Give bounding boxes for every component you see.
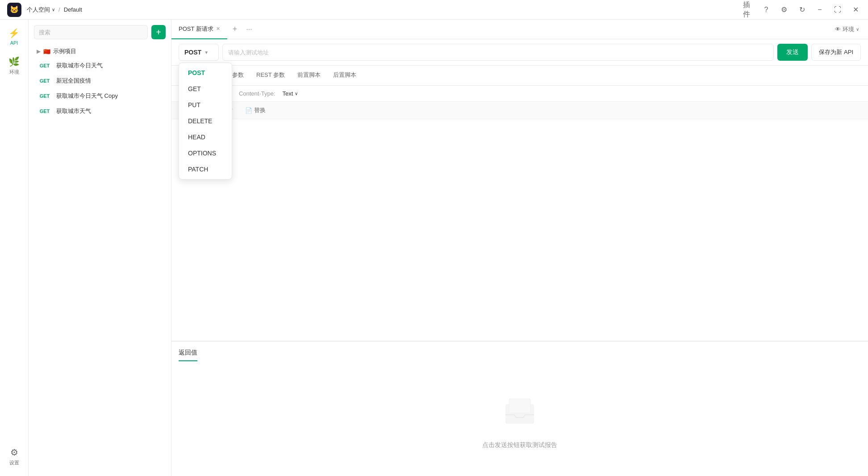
folder-name: 示例项目 [53, 47, 76, 55]
dropdown-item-patch[interactable]: PATCH [179, 161, 232, 177]
breadcrumb-separator: / [58, 6, 60, 13]
dropdown-item-delete[interactable]: DELETE [179, 113, 232, 129]
maximize-icon[interactable]: ⛶ [832, 4, 843, 15]
save-api-button[interactable]: 保存为新 API [811, 44, 861, 61]
empty-inbox-icon [502, 395, 538, 434]
method-badge-get: GET [37, 108, 53, 115]
nav-item-api[interactable]: ⚡ API [2, 23, 27, 50]
api-name: 获取城市天气 [56, 107, 91, 115]
settings-icon[interactable]: ⚙ [779, 4, 789, 15]
project-name: Default [64, 6, 82, 13]
empty-text: 点击发送按钮获取测试报告 [482, 441, 557, 449]
method-dropdown-menu: POST GET PUT DELETE HEAD OPTIONS PATCH [179, 63, 232, 180]
titlebar-actions: 插件 ? ⚙ ↻ − ⛶ ✕ [743, 4, 861, 15]
method-badge-get: GET [37, 77, 53, 84]
replace-label: 替换 [254, 106, 266, 114]
dropdown-item-head[interactable]: HEAD [179, 129, 232, 145]
eye-icon: 👁 [835, 26, 841, 33]
workspace-chevron: ∨ [52, 7, 55, 12]
nav-label-settings: 设置 [9, 459, 19, 466]
workspace-selector[interactable]: 个人空间 ∨ [27, 6, 55, 14]
search-input[interactable] [34, 25, 148, 39]
tab-rest[interactable]: REST 参数 [250, 66, 291, 85]
editor-toolbar: ⧉ 复制 🔍 搜索 📄 替换 [171, 102, 868, 119]
svg-rect-1 [509, 399, 530, 413]
method-label: POST [184, 49, 201, 56]
body-toolbar: Raw Binary Content-Type: Text ∨ [171, 86, 868, 102]
empty-state: 点击发送按钮获取测试报告 [171, 368, 868, 476]
list-item[interactable]: GET 获取城市今日天气 [34, 58, 166, 73]
dropdown-item-put[interactable]: PUT [179, 97, 232, 113]
method-dropdown-container: POST ▼ POST GET PUT DELETE HEAD OPTIONS … [179, 44, 219, 61]
api-name: 获取城市今日天气 Copy [56, 92, 118, 100]
env-chevron-icon: ∨ [856, 27, 859, 32]
help-icon[interactable]: ? [761, 4, 772, 15]
content-type-text: Text [283, 90, 293, 97]
folder-expand-icon: ▶ [37, 48, 41, 54]
tab-add-button[interactable]: + [227, 25, 243, 34]
send-button[interactable]: 发送 [777, 44, 808, 61]
return-title: 返回值 [179, 349, 197, 361]
request-bar: POST ▼ POST GET PUT DELETE HEAD OPTIONS … [171, 39, 868, 66]
content-type-chevron-icon: ∨ [295, 91, 298, 96]
minimize-icon[interactable]: − [814, 4, 825, 15]
dropdown-item-get[interactable]: GET [179, 81, 232, 97]
add-api-button[interactable]: + [151, 25, 166, 39]
method-badge-get: GET [37, 92, 53, 100]
tab-label: POST 新请求 [179, 25, 213, 33]
request-nav-tabs: 请求体 Query 参数 REST 参数 前置脚本 后置脚本 [171, 66, 868, 86]
tab-pre-script[interactable]: 前置脚本 [291, 66, 327, 85]
tab-more-button[interactable]: ··· [242, 25, 255, 33]
list-item[interactable]: GET 获取城市今日天气 Copy [34, 88, 166, 104]
tab-bar: POST 新请求 ✕ + ··· 👁 环境 ∨ [171, 20, 868, 39]
replace-tool[interactable]: 📄 替换 [242, 104, 269, 116]
dropdown-item-options[interactable]: OPTIONS [179, 145, 232, 161]
api-icon: ⚡ [8, 28, 20, 38]
content-area: 返回值 点击发送按钮获取测试报告 [171, 119, 868, 476]
replace-icon: 📄 [245, 107, 252, 114]
env-icon: 🌿 [8, 56, 20, 67]
env-selector[interactable]: 👁 环境 ∨ [831, 24, 863, 35]
nav-label-env: 环境 [9, 69, 19, 75]
tab-right-actions: 👁 环境 ∨ [831, 24, 868, 35]
method-chevron-icon: ▼ [204, 50, 209, 55]
method-badge-get: GET [37, 62, 53, 69]
folder-row[interactable]: ▶ 🇨🇳 示例项目 [34, 45, 166, 58]
editor-area[interactable] [171, 119, 868, 341]
list-item[interactable]: GET 获取城市天气 [34, 104, 166, 119]
folder-icon: 🇨🇳 [43, 48, 50, 55]
method-dropdown-button[interactable]: POST ▼ [179, 44, 219, 61]
nav-item-settings[interactable]: ⚙ 设置 [2, 443, 27, 471]
nav-item-env[interactable]: 🌿 环境 [2, 52, 27, 80]
list-item[interactable]: GET 新冠全国疫情 [34, 73, 166, 88]
tab-post-script[interactable]: 后置脚本 [327, 66, 363, 85]
content-type-label: Content-Type: [239, 90, 275, 97]
settings-nav-icon: ⚙ [10, 447, 18, 458]
close-icon[interactable]: ✕ [850, 4, 861, 15]
content-type-selector[interactable]: Text ∨ [283, 90, 298, 97]
app-logo: 🐱 [7, 3, 21, 17]
url-input[interactable] [222, 44, 774, 61]
api-name: 新冠全国疫情 [56, 77, 91, 85]
sidebar-search-bar: + [34, 25, 166, 39]
api-name: 获取城市今日天气 [56, 62, 103, 70]
dropdown-item-post[interactable]: POST [179, 65, 232, 81]
return-section: 返回值 [171, 341, 868, 368]
env-label: 环境 [843, 25, 854, 33]
left-nav: ⚡ API 🌿 环境 ⚙ 设置 [0, 20, 29, 476]
titlebar: 🐱 个人空间 ∨ / Default 插件 ? ⚙ ↻ − ⛶ ✕ [0, 0, 868, 20]
nav-label-api: API [10, 40, 18, 46]
refresh-icon[interactable]: ↻ [797, 4, 807, 15]
main-content: POST 新请求 ✕ + ··· 👁 环境 ∨ POST ▼ POST GET … [171, 20, 868, 476]
tab-close-icon[interactable]: ✕ [216, 26, 220, 32]
sidebar: + ▶ 🇨🇳 示例项目 GET 获取城市今日天气 GET 新冠全国疫情 GET … [29, 20, 171, 476]
active-tab[interactable]: POST 新请求 ✕ [171, 20, 227, 39]
plugins-button[interactable]: 插件 [743, 4, 754, 15]
